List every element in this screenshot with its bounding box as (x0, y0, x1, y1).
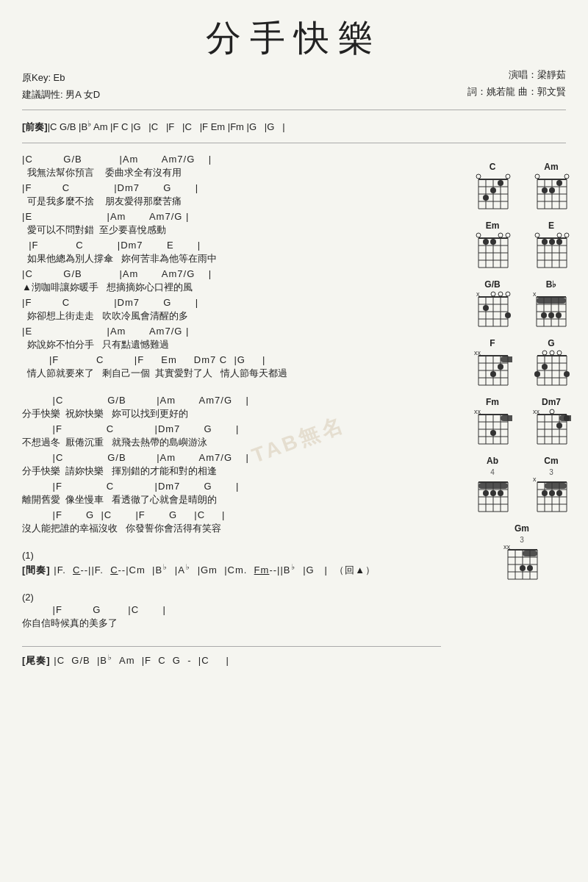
svg-point-11 (506, 174, 510, 179)
chord-line: |C G/B |Am Am7/G | (22, 154, 441, 165)
svg-point-55 (535, 233, 539, 237)
chord-box-F: F xx (467, 338, 517, 388)
chord-box-Gm: Gm 3 xx (497, 523, 547, 582)
svg-point-178 (542, 490, 548, 496)
chord-box-G: G (526, 338, 576, 388)
chord-fret-Ab: 4 (490, 468, 495, 476)
svg-point-116 (542, 351, 547, 355)
svg-point-147 (556, 423, 562, 429)
svg-point-29 (556, 180, 562, 186)
lyric-line: 離開舊愛 像坐慢車 看透徹了心就會是晴朗的 (22, 493, 441, 506)
svg-point-163 (483, 490, 489, 496)
svg-point-10 (476, 174, 481, 179)
svg-rect-105 (501, 356, 512, 362)
svg-point-121 (564, 371, 570, 377)
song-title: 分手快樂 (22, 15, 566, 62)
svg-point-60 (556, 239, 562, 245)
svg-point-193 (520, 565, 526, 571)
chord-box-Em: Em (467, 220, 517, 270)
chord-diagram-Gm: xx (502, 544, 542, 582)
svg-rect-162 (478, 483, 508, 489)
lyric-line: 如果他總為別人撐傘 妳何苦非為他等在雨中 (22, 252, 441, 265)
svg-point-117 (550, 351, 554, 355)
lyric-line: 不想過冬 厭倦沉重 就飛去熱帶的島嶼游泳 (22, 436, 441, 449)
chord-box-GoverB: G/B x (467, 279, 517, 329)
svg-point-27 (542, 187, 548, 193)
chord-diagram-Dm7: xx (531, 409, 571, 447)
chord-name-GoverB: G/B (484, 279, 500, 290)
svg-point-14 (498, 180, 503, 186)
svg-rect-151 (559, 415, 571, 421)
chord-line: |F G |C | (22, 604, 441, 615)
lyric-line: 妳卻想上街走走 吹吹冷風會清醒的多 (22, 309, 441, 323)
chord-line: |E |Am Am7/G | (22, 326, 441, 337)
chord-name-Fm: Fm (486, 397, 499, 407)
svg-rect-88 (537, 298, 566, 304)
svg-point-75 (483, 305, 489, 311)
chord-line: |F C |Dm7 G | (22, 423, 441, 434)
chord-line: |F G |C |F G |C | (22, 509, 441, 520)
lyric-line: ▲沏咖啡讓妳暖手 想摘摘妳心口裡的風 (22, 281, 441, 294)
svg-point-44 (490, 239, 496, 245)
chord-diagram-Ab (473, 476, 512, 514)
chord-fret-Cm: 3 (549, 468, 553, 476)
meta-right: 演唱：梁靜茹 詞：姚若龍 曲：郭文賢 (467, 66, 566, 101)
chord-line: |F C |Dm7 G | (22, 481, 441, 492)
chord-line: |F C |Dm7 G | (22, 182, 441, 193)
chord-name-C: C (490, 162, 496, 172)
chord-box-E: E (526, 220, 576, 270)
intro-label: [前奏] (22, 121, 48, 132)
svg-point-90 (548, 312, 554, 318)
verse2: (2) |F G |C | 你自信時候真的美多了 (22, 592, 441, 630)
svg-point-146 (550, 409, 554, 414)
chord-name-Bb: B♭ (546, 279, 557, 290)
verse1: |C G/B |Am Am7/G | 我無法幫你預言 委曲求全有沒有用 |F C… (22, 154, 441, 380)
chord-name-Gm: Gm (514, 523, 529, 534)
chord-diagram-E (531, 232, 571, 270)
svg-rect-177 (545, 483, 567, 489)
svg-point-180 (556, 490, 562, 496)
lyric-line: 沒人能把誰的幸福沒收 你發誓你會活得有笑容 (22, 522, 441, 535)
chord-box-Am: Am (526, 162, 576, 212)
outro-chords: [尾奏] |C G/B |B♭ Am |F C G - |C | (22, 653, 441, 667)
svg-point-104 (498, 364, 503, 370)
svg-point-59 (549, 239, 555, 245)
lyric-line: 分手快樂 請妳快樂 揮別錯的才能和對的相逢 (22, 465, 441, 478)
lyric-line: 可是我多麼不捨 朋友愛得那麼苦痛 (22, 195, 441, 208)
performer: 演唱：梁靜茹 (467, 66, 566, 83)
chord-name-G: G (548, 338, 554, 348)
svg-text:x: x (533, 291, 537, 298)
intro-section: [前奏]|C G/B |B♭ Am |F C |G |C |F |C |F Em… (22, 116, 566, 137)
svg-point-91 (556, 312, 562, 318)
chord-line: |C G/B |Am Am7/G | (22, 452, 441, 463)
chord-diagram-Bb: x (529, 291, 573, 329)
svg-point-72 (491, 292, 495, 296)
chord-box-Dm7: Dm7 xx (526, 397, 576, 447)
lyric-line: 我無法幫你預言 委曲求全有沒有用 (22, 166, 441, 179)
divider-top (22, 110, 566, 110)
svg-point-164 (490, 490, 496, 496)
chord-diagram-Em (473, 232, 512, 270)
svg-rect-192 (523, 551, 537, 556)
chord-name-Cm: Cm (544, 456, 558, 466)
chord-fret-Gm: 3 (520, 536, 524, 544)
chord-diagram-Am (531, 173, 571, 212)
svg-point-56 (557, 233, 562, 237)
lyric-line: 情人節就要來了 剩自己一個 其實愛對了人 情人節每天都過 (22, 367, 441, 380)
svg-point-119 (534, 371, 540, 377)
label-2: (2) (22, 592, 441, 603)
svg-point-133 (490, 430, 496, 436)
chord-name-E: E (548, 220, 554, 231)
chord-name-F: F (490, 338, 495, 348)
svg-point-41 (498, 233, 503, 237)
svg-point-103 (490, 371, 496, 377)
chord-diagram-Fm: xx (473, 409, 512, 447)
interlude-label: [間奏] (22, 564, 51, 576)
chord-box-Cm: Cm 3 x (526, 456, 576, 514)
intro-chords: |C G/B |B♭ Am |F C |G |C |F |C |F Em |Fm… (48, 121, 285, 132)
chord-box-Bb: B♭ x (526, 279, 576, 329)
chord-name-Em: Em (486, 220, 500, 231)
chord-box-C: C (467, 162, 517, 212)
svg-point-13 (490, 187, 496, 193)
chord-box-Fm: Fm xx (467, 397, 517, 447)
